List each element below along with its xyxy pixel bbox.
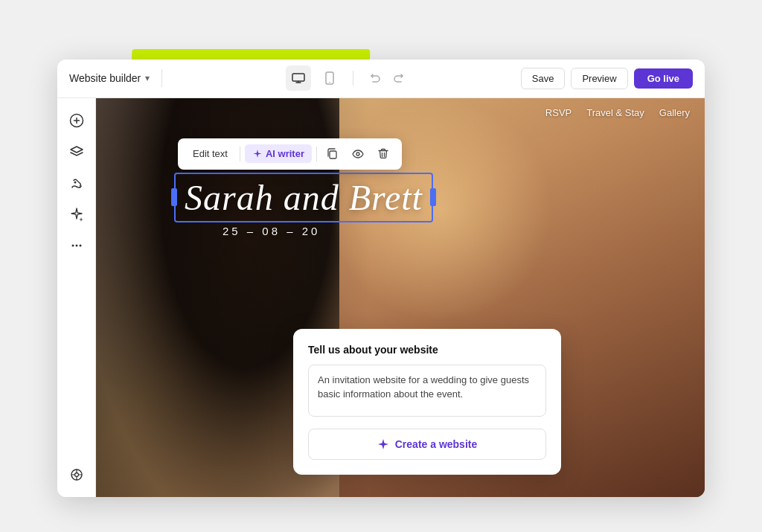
heading-wrapper[interactable]: Sarah and Brett [174,173,433,222]
sep1 [240,147,240,161]
svg-point-4 [74,181,76,183]
ai-popup-textarea[interactable] [308,365,546,417]
desktop-view-button[interactable] [286,65,311,91]
visibility-icon-button[interactable] [347,143,369,165]
style-icon[interactable] [63,170,90,196]
trash-icon [378,148,388,159]
mobile-view-button[interactable] [317,65,342,91]
create-website-button[interactable]: Create a website [308,429,546,460]
ai-sparkle-icon[interactable] [63,201,90,228]
toolbar-divider2 [353,71,353,86]
copy-icon-button[interactable] [321,143,344,165]
toolbar-right: Save Preview Go live [521,68,693,89]
sparkle-small-icon [252,149,263,159]
apps-icon[interactable] [63,461,90,488]
toolbar-center [174,65,521,91]
undo-button[interactable] [364,67,386,89]
preview-button[interactable]: Preview [571,68,627,89]
ai-popup-title: Tell us about your website [308,344,546,356]
save-button[interactable]: Save [521,68,566,89]
builder-label: Website builder [69,72,141,84]
svg-point-6 [75,244,77,246]
text-edit-toolbar: Edit text AI writer [178,138,402,170]
sparkle-button-icon [377,438,389,450]
svg-point-2 [329,82,330,83]
svg-point-5 [71,244,74,246]
svg-point-7 [79,244,81,246]
builder-brand: Website builder ▾ [69,72,150,84]
sidebar [57,98,96,497]
more-icon[interactable] [63,232,90,259]
golive-button[interactable]: Go live [634,68,693,89]
redo-button[interactable] [388,67,410,89]
layers-icon[interactable] [63,138,90,165]
copy-icon [327,148,338,159]
main-card: Website builder ▾ [57,60,705,497]
history-buttons [364,67,410,89]
svg-point-9 [74,472,78,476]
toolbar-divider [161,69,162,87]
svg-rect-0 [292,74,304,81]
ai-popup: Tell us about your website Create a webs… [293,329,561,475]
nav-travel[interactable]: Travel & Stay [586,107,644,118]
nav-gallery[interactable]: Gallery [659,107,690,118]
main-area: RSVP Travel & Stay Gallery Edit text AI … [57,98,705,497]
sep2 [316,147,317,161]
eye-icon [352,150,364,158]
toolbar: Website builder ▾ [57,60,705,98]
delete-icon-button[interactable] [372,143,394,165]
heading-box[interactable]: Sarah and Brett [174,173,433,222]
canvas-heading: Sarah and Brett [185,178,423,217]
create-website-label: Create a website [395,438,478,450]
svg-point-11 [356,153,359,156]
svg-rect-10 [330,151,336,158]
builder-chevron[interactable]: ▾ [145,73,150,83]
canvas-nav: RSVP Travel & Stay Gallery [545,107,690,118]
edit-text-button[interactable]: Edit text [185,144,235,163]
canvas-date: 25 – 08 – 20 [222,225,320,237]
ai-writer-button[interactable]: AI writer [245,144,312,163]
canvas: RSVP Travel & Stay Gallery Edit text AI … [96,98,705,497]
add-icon[interactable] [63,107,90,134]
nav-rsvp[interactable]: RSVP [545,107,572,118]
